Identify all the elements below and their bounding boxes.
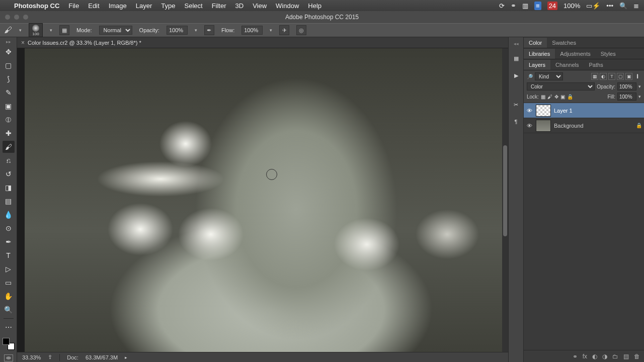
lock-position-icon[interactable]: ✥: [554, 94, 558, 100]
zoom-tool-icon[interactable]: 🔍: [3, 304, 15, 316]
menu-image[interactable]: Image: [109, 2, 127, 10]
visibility-toggle-icon[interactable]: 👁: [526, 108, 533, 114]
lock-pixel-icon[interactable]: 🖌: [547, 94, 552, 100]
tab-paths[interactable]: Paths: [584, 60, 608, 70]
eraser-tool-icon[interactable]: ◨: [3, 182, 15, 194]
menu-help[interactable]: Help: [308, 2, 321, 10]
flow-chevron-icon[interactable]: ▾: [270, 28, 272, 33]
actions-panel-icon[interactable]: ▶: [511, 70, 521, 80]
foreground-background-colors[interactable]: [3, 338, 15, 350]
link-icon[interactable]: ⚭: [511, 2, 516, 10]
more-icon[interactable]: •••: [606, 2, 613, 10]
layer-item[interactable]: 👁 Layer 1: [524, 103, 644, 118]
size-pressure-icon[interactable]: ◎: [296, 25, 306, 35]
menu-type[interactable]: Type: [161, 2, 175, 10]
layer-name[interactable]: Background: [554, 123, 584, 129]
layer-group-icon[interactable]: 🗀: [612, 353, 618, 360]
hand-tool-icon[interactable]: ✋: [3, 290, 15, 302]
layer-mask-icon[interactable]: ◐: [592, 353, 597, 360]
flow-input[interactable]: [242, 26, 263, 35]
crop-tool-icon[interactable]: ▣: [3, 100, 15, 112]
quick-select-tool-icon[interactable]: ✎: [3, 86, 15, 99]
menu-filter[interactable]: Filter: [212, 2, 226, 10]
sync-icon[interactable]: ⟳: [499, 2, 505, 10]
filter-smart-icon[interactable]: ▣: [625, 73, 632, 80]
menu-select[interactable]: Select: [184, 2, 202, 10]
tool-indicator-brush-icon[interactable]: 🖌: [4, 26, 12, 35]
healing-tool-icon[interactable]: ✚: [3, 127, 15, 139]
layer-thumbnail[interactable]: [536, 105, 551, 117]
lock-transparency-icon[interactable]: ▦: [541, 94, 545, 100]
opacity-chevron-icon[interactable]: ▾: [195, 28, 197, 33]
link-layers-icon[interactable]: ⚭: [573, 353, 578, 360]
list-icon[interactable]: ≣: [633, 2, 639, 10]
lock-all-icon[interactable]: 🔒: [567, 94, 573, 100]
brush-preset-picker[interactable]: 100: [29, 23, 43, 37]
menu-edit[interactable]: Edit: [88, 2, 99, 10]
tab-color[interactable]: Color: [524, 38, 547, 48]
pen-tool-icon[interactable]: ✒: [3, 236, 15, 248]
opacity-input[interactable]: [167, 26, 188, 35]
layer-fill-input[interactable]: [617, 93, 636, 101]
layer-fx-icon[interactable]: fx: [583, 353, 587, 360]
adjustment-layer-icon[interactable]: ◑: [602, 353, 607, 360]
eyedropper-tool-icon[interactable]: ⦷: [3, 114, 15, 126]
layer-thumbnail[interactable]: [536, 120, 551, 132]
doc-info-value[interactable]: 63.3M/67.3M: [86, 354, 118, 360]
layer-blend-select[interactable]: Color: [527, 82, 595, 90]
layer-fill-chevron-icon[interactable]: ▾: [638, 94, 641, 99]
panel-icon[interactable]: ▥: [522, 2, 528, 10]
lasso-tool-icon[interactable]: ⟆: [3, 73, 15, 85]
delete-layer-icon[interactable]: 🗑: [634, 353, 640, 360]
character-panel-icon[interactable]: ✂: [511, 100, 521, 110]
tab-channels[interactable]: Channels: [550, 60, 584, 70]
layer-name[interactable]: Layer 1: [554, 108, 573, 114]
type-tool-icon[interactable]: T: [3, 249, 15, 261]
menu-view[interactable]: View: [253, 2, 267, 10]
tool-preset-chevron-icon[interactable]: ▾: [19, 28, 22, 33]
tab-styles[interactable]: Styles: [596, 49, 621, 59]
menu-layer[interactable]: Layer: [136, 2, 152, 10]
brush-preset-chevron-icon[interactable]: ▾: [50, 28, 52, 33]
app-menu[interactable]: Photoshop CC: [14, 2, 59, 10]
layer-item[interactable]: 👁 Background 🔒: [524, 118, 644, 133]
share-icon[interactable]: ⇪: [48, 354, 52, 360]
calendar-icon[interactable]: 24: [547, 2, 557, 10]
filter-toggle-icon[interactable]: ⏽: [634, 73, 641, 80]
layer-opacity-input[interactable]: [617, 82, 636, 90]
menu-3d[interactable]: 3D: [235, 2, 244, 10]
shape-tool-icon[interactable]: ▭: [3, 277, 15, 289]
menu-window[interactable]: Window: [276, 2, 299, 10]
visibility-toggle-icon[interactable]: 👁: [526, 123, 533, 129]
blur-tool-icon[interactable]: 💧: [3, 209, 15, 221]
paragraph-panel-icon[interactable]: ¶: [511, 117, 521, 127]
edit-toolbar-icon[interactable]: ⋯: [3, 321, 15, 333]
document-tab[interactable]: Color Issues.cr2 @ 33.3% (Layer 1, RGB/8…: [28, 40, 141, 46]
filter-search-icon[interactable]: 🔎: [527, 74, 533, 79]
path-select-tool-icon[interactable]: ▷: [3, 263, 15, 275]
filter-shape-icon[interactable]: ▢: [617, 73, 624, 80]
move-tool-icon[interactable]: ✥: [3, 46, 15, 58]
opacity-pressure-icon[interactable]: ✒: [204, 25, 214, 35]
marquee-tool-icon[interactable]: ▢: [3, 59, 15, 71]
filter-pixel-icon[interactable]: ▦: [591, 73, 598, 80]
layer-filter-select[interactable]: Kind: [535, 72, 563, 80]
traffic-lights[interactable]: [5, 15, 28, 20]
tab-libraries[interactable]: Libraries: [524, 49, 555, 59]
history-panel-icon[interactable]: ▦: [511, 53, 521, 63]
airbrush-icon[interactable]: ✈: [279, 25, 289, 35]
filter-type-icon[interactable]: T: [608, 73, 615, 80]
stamp-tool-icon[interactable]: ⎌: [3, 154, 15, 166]
blend-mode-select[interactable]: Normal: [99, 26, 132, 35]
new-layer-icon[interactable]: ▤: [623, 353, 629, 360]
spotlight-icon[interactable]: 🔍: [619, 2, 627, 10]
quick-mask-icon[interactable]: [4, 354, 13, 361]
history-brush-tool-icon[interactable]: ↺: [3, 168, 15, 180]
layer-opacity-chevron-icon[interactable]: ▾: [638, 84, 641, 89]
vertical-scrollbar[interactable]: [502, 48, 508, 352]
dodge-tool-icon[interactable]: ⊙: [3, 222, 15, 234]
brush-panel-toggle-icon[interactable]: ▦: [59, 25, 69, 35]
flag-icon[interactable]: ≡: [534, 2, 541, 10]
zoom-level[interactable]: 33.33%: [22, 354, 41, 360]
brush-tool-icon[interactable]: 🖌: [3, 141, 15, 153]
